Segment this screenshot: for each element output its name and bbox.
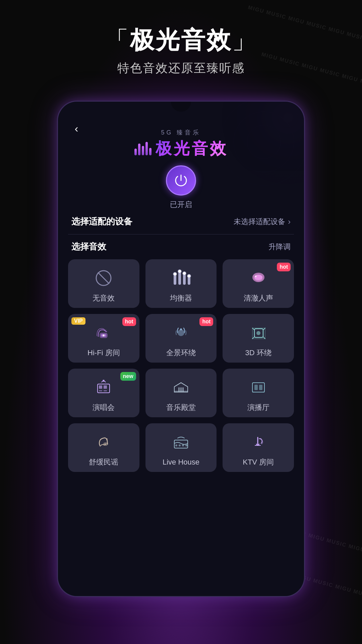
- logo-text: 极光音效: [156, 138, 228, 159]
- logo-main: 极光音效: [58, 138, 304, 159]
- hifi-icon: [92, 321, 115, 344]
- concert-label: 演唱会: [93, 402, 115, 413]
- hot-badge-clear-voice: hot: [277, 263, 291, 271]
- chevron-right-icon: ›: [288, 217, 291, 226]
- device-unselected: 未选择适配设备: [234, 217, 285, 227]
- effect-card-live-house[interactable]: Live House: [145, 423, 217, 472]
- effect-card-ktv[interactable]: KTV 房间: [223, 423, 294, 472]
- svg-point-21: [180, 328, 182, 330]
- svg-rect-33: [174, 391, 188, 392]
- effects-grid: 无音效 均衡器: [68, 259, 294, 472]
- svg-rect-34: [252, 383, 264, 392]
- svg-rect-7: [178, 272, 181, 285]
- svg-rect-28: [104, 390, 107, 391]
- subtitle: 特色音效还原至臻听感: [0, 60, 362, 76]
- hot-badge-panoramic: hot: [199, 317, 213, 326]
- svg-point-42: [179, 444, 181, 446]
- effect-card-clear-voice[interactable]: hot 清澈人声: [223, 259, 294, 308]
- logo-5g-label: 5G 臻音乐: [58, 128, 304, 137]
- effect-row: 选择音效 升降调: [68, 241, 294, 253]
- hifi-label: Hi-Fi 房间: [87, 348, 120, 358]
- eq-bar-5: [149, 148, 152, 155]
- svg-point-23: [256, 331, 260, 335]
- phone-frame: ‹ 5G 臻音乐 极光音效: [57, 101, 305, 597]
- equalizer-icon: [134, 142, 152, 155]
- equalizer-card-icon: [169, 266, 193, 290]
- bracket-right: 」: [232, 26, 257, 53]
- logo-area: 5G 臻音乐 极光音效: [58, 128, 304, 159]
- svg-rect-8: [183, 274, 186, 285]
- power-status: 已开启: [170, 200, 192, 210]
- svg-point-15: [254, 275, 262, 280]
- svg-point-11: [178, 270, 181, 273]
- svg-point-10: [173, 272, 177, 276]
- effect-card-folk[interactable]: 舒缓民谣: [68, 423, 139, 472]
- effect-card-hifi[interactable]: VIP hot Hi-Fi 房间: [68, 314, 139, 363]
- 3d-surround-icon: [247, 321, 270, 344]
- effect-card-panoramic[interactable]: hot 全景环绕: [145, 314, 217, 363]
- theater-icon: [247, 376, 270, 399]
- new-badge-concert: new: [120, 372, 136, 381]
- svg-rect-6: [174, 275, 176, 285]
- effect-card-theater[interactable]: 演播厅: [223, 369, 294, 417]
- effect-card-equalizer[interactable]: 均衡器: [145, 259, 217, 308]
- svg-point-13: [187, 274, 191, 278]
- folk-label: 舒缓民谣: [89, 457, 118, 467]
- effect-card-no-effect[interactable]: 无音效: [68, 259, 139, 308]
- phone-inner: ‹ 5G 臻音乐 极光音效: [58, 102, 304, 596]
- svg-rect-26: [104, 385, 107, 389]
- concert-icon: [92, 376, 115, 399]
- live-house-label: Live House: [163, 458, 199, 467]
- svg-rect-35: [254, 385, 258, 390]
- svg-point-19: [103, 334, 105, 336]
- ktv-icon: [247, 430, 270, 454]
- equalizer-label: 均衡器: [170, 293, 192, 303]
- music-palace-label: 音乐殿堂: [166, 402, 196, 413]
- device-label: 选择适配的设备: [71, 216, 132, 227]
- svg-rect-36: [259, 385, 262, 390]
- eq-bar-2: [138, 144, 140, 155]
- effect-card-music-palace[interactable]: 音乐殿堂: [145, 369, 217, 417]
- hot-badge-hifi: hot: [122, 317, 136, 326]
- power-icon: [174, 173, 188, 188]
- svg-point-44: [185, 444, 187, 446]
- device-row[interactable]: 选择适配的设备 未选择适配设备 ›: [68, 216, 294, 227]
- clear-voice-icon: [247, 266, 270, 290]
- svg-point-29: [103, 380, 105, 382]
- main-title: 「极光音效」: [0, 27, 362, 53]
- 3d-label: 3D 环绕: [245, 348, 272, 358]
- folk-icon: [92, 430, 115, 454]
- separator-1: [68, 234, 294, 234]
- live-house-icon: [169, 431, 193, 454]
- eq-bar-3: [142, 146, 144, 155]
- effect-label: 选择音效: [71, 241, 106, 253]
- device-right[interactable]: 未选择适配设备 ›: [234, 217, 291, 227]
- eq-bar-4: [145, 142, 148, 155]
- effect-card-concert[interactable]: new 演唱会: [68, 369, 139, 417]
- theater-label: 演播厅: [247, 402, 269, 413]
- svg-point-41: [175, 444, 177, 446]
- power-button[interactable]: [166, 165, 196, 196]
- svg-point-16: [255, 275, 256, 277]
- power-section: 已开启: [58, 165, 304, 210]
- effect-card-3d[interactable]: 3D 环绕: [223, 314, 294, 363]
- bracket-left: 「: [105, 26, 130, 53]
- svg-point-12: [183, 272, 186, 275]
- panoramic-icon: [169, 321, 193, 344]
- vip-badge-hifi: VIP: [71, 317, 85, 325]
- svg-line-5: [98, 273, 109, 283]
- top-area: 「极光音效」 特色音效还原至臻听感: [0, 0, 362, 76]
- clear-voice-label: 清澈人声: [244, 293, 273, 303]
- no-effect-icon: [92, 266, 115, 290]
- panoramic-label: 全景环绕: [166, 348, 196, 358]
- svg-point-43: [182, 444, 184, 446]
- music-palace-icon: [169, 376, 193, 399]
- ktv-label: KTV 房间: [243, 457, 274, 467]
- pitch-button[interactable]: 升降调: [268, 242, 291, 252]
- eq-bar-1: [134, 149, 137, 155]
- no-effect-label: 无音效: [93, 293, 115, 303]
- svg-rect-27: [99, 390, 102, 391]
- svg-rect-25: [99, 385, 102, 389]
